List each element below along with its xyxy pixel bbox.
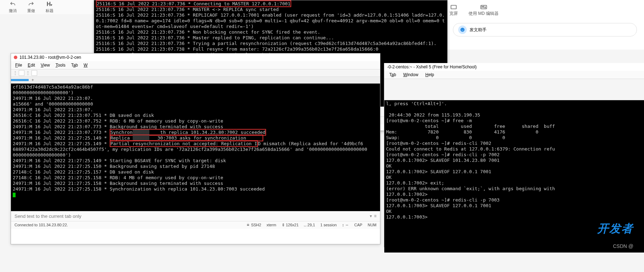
menu-help[interactable]: Help	[422, 72, 437, 78]
xshell-left-statusbar: Connected to 101.34.23.80:22. SSH2 xterm…	[11, 221, 380, 229]
menu-tab[interactable]: Tab	[386, 72, 399, 78]
csdn-credit: CSDN @	[613, 243, 633, 249]
lock-icon	[246, 223, 250, 226]
xshell2-toolbar	[384, 79, 644, 100]
xshell-left-input[interactable]	[15, 214, 368, 219]
window-title: -0-2-centos:~ - Xshell 5 (Free for Home/…	[387, 64, 477, 69]
svg-point-2	[460, 28, 465, 32]
app-icon	[14, 56, 17, 59]
assist-label: 发文助手	[470, 27, 487, 33]
svg-rect-0	[451, 5, 456, 9]
menu-w[interactable]: W	[81, 62, 90, 68]
menu-edit[interactable]: Edit	[25, 62, 37, 68]
menu-tools[interactable]: Tools	[53, 62, 68, 68]
add-tab-button[interactable]: +	[29, 77, 37, 83]
heading-icon: H▾	[47, 1, 53, 7]
xshell-right-output[interactable]: l, press 'Ctrl+Alt+]'. 20:44:30 2022 fro…	[384, 100, 644, 253]
redo-icon	[28, 1, 34, 7]
undo-icon	[10, 1, 16, 7]
assist-icon	[458, 26, 467, 34]
window-title: 101.34.23.80 - root@vm-0-2-cen	[19, 55, 81, 60]
xshell-titlebar: 101.34.23.80 - root@vm-0-2-cen	[11, 53, 380, 61]
xshell2-titlebar: -0-2-centos:~ - Xshell 5 (Free for Home/…	[384, 63, 644, 71]
xshell-left-output[interactable]: cf1613d74d487c5a3e64a92ac86bf 0000000000…	[11, 84, 380, 211]
status-conn: Connected to 101.34.23.80:22.	[15, 223, 68, 227]
xshell2-menubar: Tab Window Help	[384, 71, 644, 79]
xshell-window-left: 101.34.23.80 - root@vm-0-2-cen File Edit…	[11, 53, 380, 244]
redo-button[interactable]: 重做	[27, 1, 35, 13]
menu-icon[interactable]: ≡	[374, 214, 376, 219]
tb-btn-1[interactable]	[19, 70, 24, 76]
assist-button[interactable]: 发文助手	[453, 23, 637, 36]
xshell-left-input-row: ▾ ≡	[11, 211, 380, 221]
xshell-menubar: File Edit View Tools Tab W	[11, 61, 380, 69]
menu-view[interactable]: View	[39, 62, 52, 68]
menu-window[interactable]: Window	[400, 72, 421, 78]
heading-button[interactable]: H▾ 标题	[46, 1, 53, 13]
xshell-tabbar: +	[11, 77, 380, 84]
session-tab[interactable]	[11, 79, 29, 81]
markdown-icon	[480, 4, 487, 11]
menu-file[interactable]: File	[13, 62, 24, 68]
xshell-window-right: -0-2-centos:~ - Xshell 5 (Free for Home/…	[384, 63, 644, 247]
xshell-toolbar: ⋮ ⋮	[11, 69, 380, 77]
undo-button[interactable]: 撤消	[9, 1, 17, 13]
right-panel: 宽屏 使用 MD 编辑器 发文助手	[446, 0, 644, 50]
widescreen-button[interactable]: 宽屏	[449, 4, 458, 17]
dropdown-icon[interactable]: ▾	[370, 214, 372, 219]
md-editor-button[interactable]: 使用 MD 编辑器	[468, 4, 499, 17]
widescreen-icon	[450, 4, 457, 11]
svg-rect-4	[247, 225, 249, 226]
menu-tab[interactable]: Tab	[69, 62, 80, 68]
tb-btn-2[interactable]	[31, 70, 37, 76]
